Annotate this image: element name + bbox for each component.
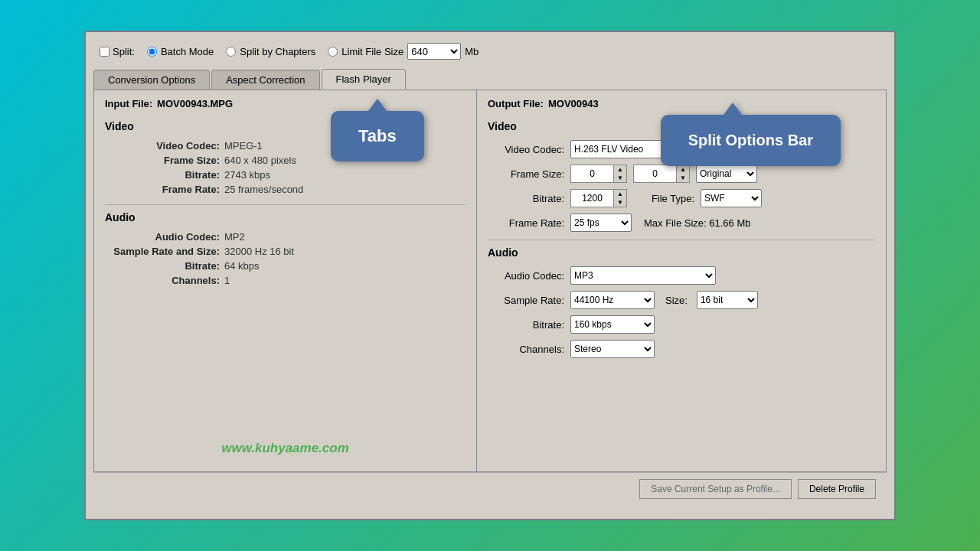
frame-size-width-up[interactable]: ▲ [614, 165, 626, 174]
limit-file-size-radio[interactable] [328, 47, 338, 57]
limit-file-size-label: Limit File Size [341, 46, 403, 57]
sample-rate-value-left: 32000 Hz 16 bit [224, 246, 466, 257]
frame-size-height-up[interactable]: ▲ [677, 165, 689, 174]
watermark: www.kuhyaame.com [221, 441, 349, 456]
frame-size-height-input[interactable] [634, 165, 676, 182]
sample-rate-label-left: Sample Rate and Size: [113, 246, 220, 257]
audio-bitrate-select[interactable]: 160 kbps 128 kbps 96 kbps 64 kbps [570, 315, 655, 334]
tab-aspect[interactable]: Aspect Correction [211, 70, 319, 90]
batch-mode-group: Batch Mode [147, 46, 214, 57]
bitrate-label-left-video: Bitrate: [113, 169, 220, 181]
frame-size-width-down[interactable]: ▼ [614, 174, 626, 182]
sample-rate-label-right: Sample Rate: [488, 295, 564, 306]
bitrate-spinner: ▲ ▼ [570, 189, 627, 207]
audio-bitrate-row: Bitrate: 160 kbps 128 kbps 96 kbps 64 kb… [488, 315, 875, 334]
output-file-row: Output File: MOV00943 [488, 98, 875, 109]
frame-size-height-arrows: ▲ ▼ [676, 165, 689, 182]
framerate-maxfilesize-row: Frame Rate: 25 fps 30 fps 24 fps 15 fps … [488, 214, 875, 232]
frame-size-height-spinner: ▲ ▼ [633, 165, 690, 183]
tabs-bubble: Tabs [331, 111, 424, 161]
audio-codec-label-left: Audio Codec: [113, 231, 220, 243]
limit-file-size-group: Limit File Size 640 700 800 1000 Mb [328, 43, 479, 60]
audio-section-title-left: Audio [105, 211, 466, 223]
audio-bitrate-label: Bitrate: [488, 319, 564, 331]
input-file-label: Input File: [105, 98, 152, 109]
sample-rate-row: Sample Rate: 44100 Hz 22050 Hz 11025 Hz … [488, 291, 875, 309]
channels-row: Channels: Stereo Mono [488, 340, 875, 358]
split-label: Split: [113, 46, 135, 57]
video-codec-label-right: Video Codec: [488, 144, 564, 155]
main-window: Split: Batch Mode Split by Chapters Limi… [84, 31, 896, 520]
bitrate-filetype-row: Bitrate: ▲ ▼ File Type: SWF FLV MP4 [488, 189, 875, 207]
audio-codec-select[interactable]: MP3 AAC MP2 [570, 266, 716, 285]
original-select[interactable]: Original Custom [696, 165, 757, 183]
channels-value-left: 1 [224, 275, 466, 286]
bitrate-input[interactable] [571, 190, 613, 207]
sample-rate-select[interactable]: 44100 Hz 22050 Hz 11025 Hz [570, 291, 655, 309]
split-options-bubble: Split Options Bar [661, 115, 841, 166]
delete-profile-button[interactable]: Delete Profile [798, 479, 876, 499]
size-label: Size: [665, 295, 688, 306]
bitrate-label-right: Bitrate: [488, 193, 564, 204]
audio-section-title-right: Audio [488, 246, 875, 259]
tab-conversion[interactable]: Conversion Options [93, 70, 210, 90]
limit-select[interactable]: 640 700 800 1000 [407, 43, 461, 60]
output-file-value: MOV00943 [548, 98, 599, 109]
channels-label-left: Channels: [113, 275, 220, 286]
frame-size-width-arrows: ▲ ▼ [613, 165, 626, 182]
top-bar: Split: Batch Mode Split by Chapters Limi… [93, 40, 887, 63]
batch-mode-label: Batch Mode [161, 46, 214, 57]
channels-select[interactable]: Stereo Mono [570, 340, 655, 358]
input-file-value: MOV00943.MPG [157, 98, 233, 109]
batch-mode-radio[interactable] [147, 47, 157, 57]
split-by-chapters-radio[interactable] [226, 47, 236, 57]
audio-codec-value-left: MP2 [224, 231, 466, 243]
bitrate-value-left-video: 2743 kbps [224, 169, 466, 181]
file-type-select[interactable]: SWF FLV MP4 [701, 189, 762, 207]
frame-rate-label-left: Frame Rate: [113, 184, 220, 195]
bottom-buttons: Save Current Setup as Profile... Delete … [93, 472, 887, 505]
split-by-chapters-group: Split by Chapters [226, 46, 315, 57]
tab-flash[interactable]: Flash Player [322, 69, 406, 90]
mb-label: Mb [465, 46, 479, 57]
frame-rate-label-right: Frame Rate: [488, 217, 564, 229]
file-type-label: File Type: [633, 193, 694, 204]
frame-size-width-spinner: ▲ ▼ [570, 165, 627, 183]
save-profile-button[interactable]: Save Current Setup as Profile... [639, 479, 792, 499]
bitrate-value-left-audio: 64 kbps [224, 260, 466, 272]
bitrate-up[interactable]: ▲ [614, 190, 626, 198]
input-file-row: Input File: MOV00943.MPG [105, 98, 466, 109]
frame-size-height-down[interactable]: ▼ [677, 174, 689, 182]
video-codec-label: Video Codec: [113, 140, 220, 152]
frame-size-width-input[interactable] [571, 165, 613, 182]
frame-size-label-left: Frame Size: [113, 155, 220, 166]
split-checkbox-area: Split: [100, 46, 135, 57]
bitrate-down[interactable]: ▼ [614, 198, 626, 207]
size-select[interactable]: 16 bit 8 bit [697, 291, 758, 309]
frame-size-row: Frame Size: ▲ ▼ ▲ ▼ Original [488, 165, 875, 183]
frame-rate-select[interactable]: 25 fps 30 fps 24 fps 15 fps [570, 214, 632, 232]
split-by-chapters-label: Split by Chapters [240, 46, 315, 57]
frame-rate-value-left: 25 frames/second [224, 184, 466, 195]
bitrate-arrows: ▲ ▼ [613, 190, 626, 207]
frame-size-label-right: Frame Size: [488, 168, 564, 180]
max-file-size-label: Max File Size: 61.66 Mb [644, 217, 750, 229]
audio-codec-row: Audio Codec: MP3 AAC MP2 [488, 266, 875, 285]
split-checkbox[interactable] [100, 47, 109, 57]
bitrate-label-left-audio: Bitrate: [113, 260, 220, 272]
output-file-label: Output File: [488, 98, 544, 109]
audio-codec-label-right: Audio Codec: [488, 270, 564, 282]
audio-info-grid: Audio Codec: MP2 Sample Rate and Size: 3… [105, 231, 466, 286]
tabs-row: Conversion Options Aspect Correction Fla… [93, 69, 887, 90]
channels-label-right: Channels: [488, 344, 564, 355]
